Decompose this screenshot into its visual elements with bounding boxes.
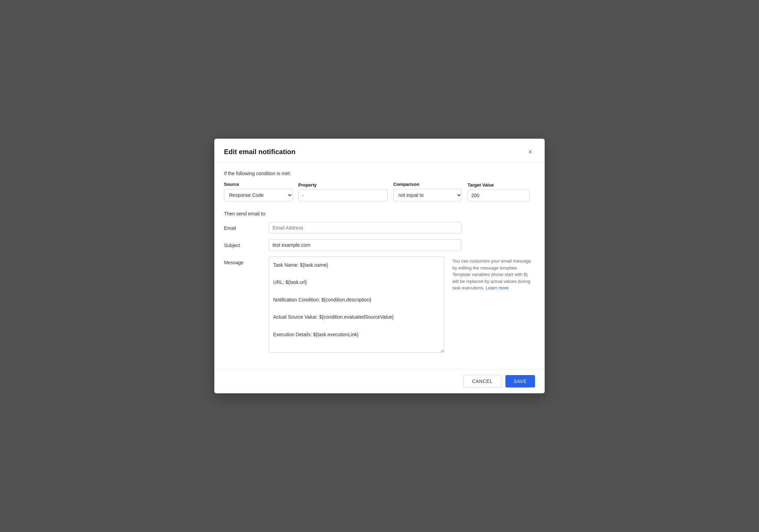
save-button[interactable]: SAVE <box>505 375 535 387</box>
target-value-input[interactable] <box>468 190 530 201</box>
modal-overlay: Edit email notification × If the followi… <box>0 0 759 532</box>
email-label: Email <box>224 222 269 231</box>
target-label: Target Value <box>468 182 530 188</box>
email-input-wrap <box>269 222 461 234</box>
target-field-group: Target Value <box>468 182 530 201</box>
modal-dialog: Edit email notification × If the followi… <box>214 139 545 393</box>
subject-label: Subject <box>224 239 269 248</box>
condition-intro: If the following condition is met: <box>224 171 535 176</box>
email-form-row: Email <box>224 222 535 234</box>
message-input-wrap: Task Name: ${task.name} URL: ${task.url}… <box>269 256 444 354</box>
close-button[interactable]: × <box>525 147 535 157</box>
message-textarea[interactable]: Task Name: ${task.name} URL: ${task.url}… <box>269 256 444 353</box>
subject-input-wrap <box>269 239 461 251</box>
message-form-row: Message Task Name: ${task.name} URL: ${t… <box>224 256 535 354</box>
comparison-field-group: Comparison not equal to equal to greater… <box>393 182 462 201</box>
cancel-button[interactable]: CANCEL <box>463 375 501 388</box>
property-label: Property <box>298 182 388 188</box>
message-label: Message <box>224 256 269 265</box>
modal-title: Edit email notification <box>224 148 296 156</box>
then-section: Then send email to: Email Subject Messag… <box>224 211 535 354</box>
comparison-label: Comparison <box>393 182 462 187</box>
source-field-group: Source Response Code Response Body Respo… <box>224 182 293 201</box>
learn-more-link[interactable]: Learn more <box>486 285 509 290</box>
modal-footer: CANCEL SAVE <box>214 369 545 393</box>
property-input <box>298 190 388 201</box>
message-hint: You can customize your email message by … <box>452 256 535 291</box>
source-select[interactable]: Response Code Response Body Response Tim… <box>224 189 293 201</box>
subject-form-row: Subject <box>224 239 535 251</box>
condition-row: Source Response Code Response Body Respo… <box>224 182 535 201</box>
source-label: Source <box>224 182 293 187</box>
then-intro: Then send email to: <box>224 211 535 216</box>
comparison-select[interactable]: not equal to equal to greater than less … <box>393 189 462 201</box>
modal-header: Edit email notification × <box>214 139 545 162</box>
property-field-group: Property <box>298 182 388 201</box>
subject-input[interactable] <box>269 239 461 251</box>
modal-body: If the following condition is met: Sourc… <box>214 162 545 369</box>
email-input[interactable] <box>269 222 461 234</box>
